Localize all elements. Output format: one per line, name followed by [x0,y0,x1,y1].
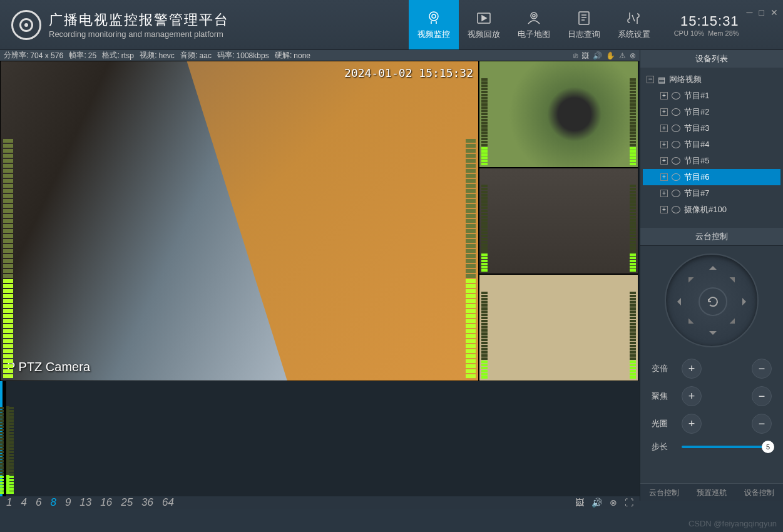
alarm-icon[interactable]: ⚠ [619,51,626,60]
camera-icon [672,190,680,197]
device-list-title: 设备列表 [640,50,783,68]
video-area: 分辨率:704 x 576 帧率:25 格式:rtsp 视频:hevc 音频:a… [0,50,640,501]
camera-icon [672,141,680,148]
close-button[interactable]: ✕ [770,8,778,18]
ptz-right[interactable] [742,298,750,305]
nav-video-monitor[interactable]: 视频监控 [409,0,459,49]
tree-item-label: 摄像机#100 [684,204,727,215]
iris-close-button[interactable]: − [752,414,772,434]
zoom-in-button[interactable]: + [682,359,702,379]
nav-label: 电子地图 [518,29,550,40]
fullscreen-icon[interactable]: ⛶ [625,498,633,508]
tab-device[interactable]: 设备控制 [735,483,783,501]
ptz-downright[interactable] [730,319,740,329]
ptz-down[interactable] [709,331,717,339]
cpu-usage: CPU 10% [674,29,704,37]
expand-icon[interactable]: + [660,190,668,197]
expand-icon[interactable]: + [660,141,668,148]
snapshot-all-icon[interactable]: 🖼 [575,498,584,508]
step-slider[interactable]: 5 [682,446,772,448]
snapshot-icon[interactable]: 🖼 [581,51,589,60]
expand-icon[interactable]: + [660,173,668,181]
layout-selector: 1 4 6 8 9 13 16 25 36 64 🖼 🔊 ⊗ ⛶ [0,496,640,509]
tree-item[interactable]: +节目#7 [643,185,780,202]
playback-icon [476,10,492,26]
zoom-out-button[interactable]: − [752,359,772,379]
ptz-title: 云台控制 [640,228,783,245]
tree-item[interactable]: +节目#5 [643,153,780,169]
br-label: 码率: [217,50,234,61]
tree-root-network-video[interactable]: − ▤ 网络视频 [643,71,780,88]
camera-icon [672,173,680,181]
ptz-upright[interactable] [730,272,740,283]
ptz-upleft[interactable] [683,272,694,283]
focus-in-button[interactable]: + [682,386,702,406]
ptz-up[interactable] [709,262,717,270]
layout-1[interactable]: 1 [6,496,12,509]
video-tile-4[interactable] [479,274,638,381]
nav-settings[interactable]: 系统设置 [609,0,659,49]
br-value: 1008kbps [237,51,269,60]
layout-13[interactable]: 13 [79,496,91,509]
nav-label: 系统设置 [618,29,650,40]
tree-item[interactable]: +节目#6 [643,169,780,185]
svg-point-3 [531,13,537,19]
layout-25[interactable]: 25 [121,496,133,509]
ptz-reset[interactable] [699,287,727,316]
tab-preset[interactable]: 预置巡航 [688,483,735,501]
camera-icon [672,108,680,116]
focus-out-button[interactable]: − [752,386,772,406]
app-logo [11,10,41,40]
minimize-button[interactable]: ─ [747,8,753,18]
sidebar: 设备列表 − ▤ 网络视频 +节目#1+节目#2+节目#3+节目#4+节目#5+… [640,50,783,501]
layout-8[interactable]: 8 [50,496,56,509]
folder-icon: ▤ [658,75,665,84]
svg-rect-5 [579,12,589,24]
layout-4[interactable]: 4 [21,496,26,509]
video-tile-3[interactable] [479,168,638,275]
layout-6[interactable]: 6 [36,496,41,509]
svg-point-4 [533,14,535,17]
layout-9[interactable]: 9 [65,496,71,509]
vu-meter [630,78,636,165]
expand-icon[interactable]: + [660,157,668,165]
video-tile-2[interactable] [479,61,638,168]
tree-item[interactable]: +节目#1 [643,88,780,104]
expand-icon[interactable]: + [660,125,668,132]
step-value[interactable]: 5 [762,441,774,453]
res-value: 704 x 576 [30,51,63,60]
tree-item[interactable]: +摄像机#100 [643,202,780,218]
close-stream-icon[interactable]: ⊗ [630,51,636,60]
vid-label: 视频: [140,50,156,61]
tools-icon [626,10,642,26]
nav-map[interactable]: 电子地图 [509,0,559,49]
collapse-icon[interactable]: − [647,76,654,83]
nav-playback[interactable]: 视频回放 [459,0,509,49]
window-controls: ─ □ ✕ [747,8,783,43]
tree-item[interactable]: +节目#4 [643,136,780,153]
maximize-button[interactable]: □ [759,8,764,18]
audio-icon[interactable]: 🔊 [593,51,602,60]
layout-36[interactable]: 36 [141,496,153,509]
ptz-tabs: 云台控制 预置巡航 设备控制 [640,483,783,501]
main-video-tile[interactable]: 2024-01-02 15:15:32 P PTZ Camera [0,61,479,381]
iris-open-button[interactable]: + [682,414,702,434]
expand-icon[interactable]: + [660,92,668,100]
video-tile-8[interactable] [5,381,6,496]
layout-64[interactable]: 64 [162,496,174,509]
camera-icon [672,206,680,213]
expand-icon[interactable]: + [660,206,668,213]
record-icon[interactable]: ⎚ [573,51,578,60]
layout-16[interactable]: 16 [100,496,112,509]
tree-item[interactable]: +节目#2 [643,104,780,120]
nav-logs[interactable]: 日志查询 [559,0,609,49]
close-all-icon[interactable]: ⊗ [610,498,617,508]
title-block: 广播电视监控报警管理平台 Recording monitoring and ma… [49,11,229,39]
mute-all-icon[interactable]: 🔊 [591,498,602,508]
expand-icon[interactable]: + [660,108,668,116]
ptz-left[interactable] [673,298,681,305]
hand-icon[interactable]: ✋ [606,51,615,60]
ptz-downleft[interactable] [683,319,694,329]
tab-ptz[interactable]: 云台控制 [640,483,688,501]
tree-item[interactable]: +节目#3 [643,120,780,136]
